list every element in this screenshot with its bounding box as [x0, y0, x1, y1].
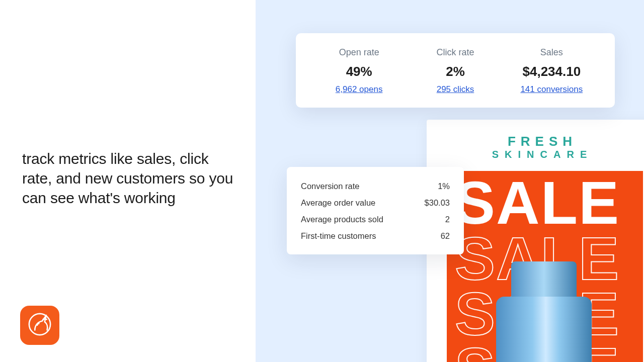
- detail-row: Average order value $30.03: [301, 195, 450, 211]
- detail-key: Average products sold: [301, 215, 383, 224]
- sale-banner: SALE SALE SALE SALE: [447, 171, 643, 362]
- metric-open-rate: Open rate 49% 6,962 opens: [316, 47, 402, 95]
- metrics-card: Open rate 49% 6,962 opens Click rate 2% …: [296, 33, 615, 108]
- metric-click-rate: Click rate 2% 295 clicks: [412, 47, 498, 95]
- detail-value: 2: [419, 215, 450, 224]
- detail-stats-card: Conversion rate 1% Average order value $…: [287, 167, 464, 254]
- metric-conversions-link[interactable]: 141 conversions: [509, 84, 595, 95]
- metric-opens-link[interactable]: 6,962 opens: [316, 84, 402, 95]
- detail-row: First-time customers 62: [301, 228, 450, 244]
- brand-line-1: FRESH: [427, 135, 644, 148]
- metric-value: 2%: [412, 64, 498, 79]
- headline-text: track metrics like sales, click rate, an…: [22, 149, 233, 208]
- app-logo: [20, 306, 59, 345]
- metric-label: Sales: [509, 47, 595, 58]
- metric-value: 49%: [316, 64, 402, 79]
- detail-row: Conversion rate 1%: [301, 178, 450, 195]
- metric-sales: Sales $4,234.10 141 conversions: [509, 47, 595, 95]
- metric-clicks-link[interactable]: 295 clicks: [412, 84, 498, 95]
- right-panel: FRESH SKINCARE SALE SALE SALE SALE Open …: [256, 0, 644, 362]
- detail-row: Average products sold 2: [301, 211, 450, 228]
- left-panel: track metrics like sales, click rate, an…: [0, 0, 256, 362]
- detail-key: First-time customers: [301, 231, 376, 241]
- detail-value: 1%: [419, 182, 450, 191]
- detail-key: Conversion rate: [301, 182, 359, 191]
- detail-value: $30.03: [419, 198, 450, 208]
- detail-key: Average order value: [301, 198, 375, 208]
- email-brand: FRESH SKINCARE: [427, 120, 644, 171]
- brand-line-2: SKINCARE: [427, 149, 644, 160]
- metric-label: Open rate: [316, 47, 402, 58]
- metric-label: Click rate: [412, 47, 498, 58]
- metric-value: $4,234.10: [509, 64, 595, 79]
- detail-value: 62: [419, 231, 450, 241]
- product-tube-illustration: [496, 261, 592, 362]
- sale-word: SALE: [455, 175, 620, 230]
- unicorn-icon: [27, 311, 53, 339]
